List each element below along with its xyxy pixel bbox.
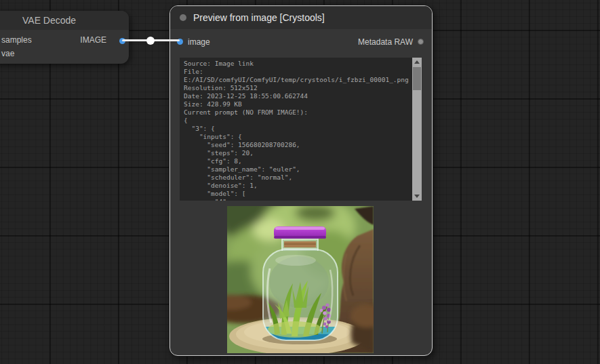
preview-image [227,206,374,353]
scrollbar-thumb[interactable] [413,67,421,90]
collapse-dot[interactable] [180,14,186,21]
scroll-up-arrow-icon[interactable] [412,58,422,66]
input-label-vae: vae [1,49,14,58]
metadata-raw-output-port[interactable] [418,39,424,45]
vae-decode-node[interactable]: VAE Decode samples IMAGE vae [0,11,129,64]
output-label-metadata-raw: Metadata RAW [358,37,413,47]
input-label-image: image [188,37,210,47]
input-label-samples: samples [1,35,32,45]
vae-node-titlebar[interactable]: VAE Decode [0,11,129,30]
node-graph-canvas[interactable]: VAE Decode samples IMAGE vae Preview fro… [0,0,600,364]
preview-node-title: Preview from image [Crystools] [193,12,325,23]
metadata-scrollbar[interactable] [412,58,422,201]
preview-from-image-node[interactable]: Preview from image [Crystools] image Met… [169,5,433,356]
metadata-textarea[interactable]: Source: Image link File: E:/AI/SD/comfyU… [180,58,422,201]
preview-node-titlebar[interactable]: Preview from image [Crystools] [170,6,432,29]
vae-node-title: VAE Decode [22,15,76,26]
scroll-down-arrow-icon[interactable] [412,192,422,201]
link-midpoint-dot[interactable] [146,37,155,45]
output-label-image: IMAGE [80,35,106,45]
metadata-text[interactable]: Source: Image link File: E:/AI/SD/comfyU… [180,58,412,201]
jar-image-graphic [227,206,374,353]
